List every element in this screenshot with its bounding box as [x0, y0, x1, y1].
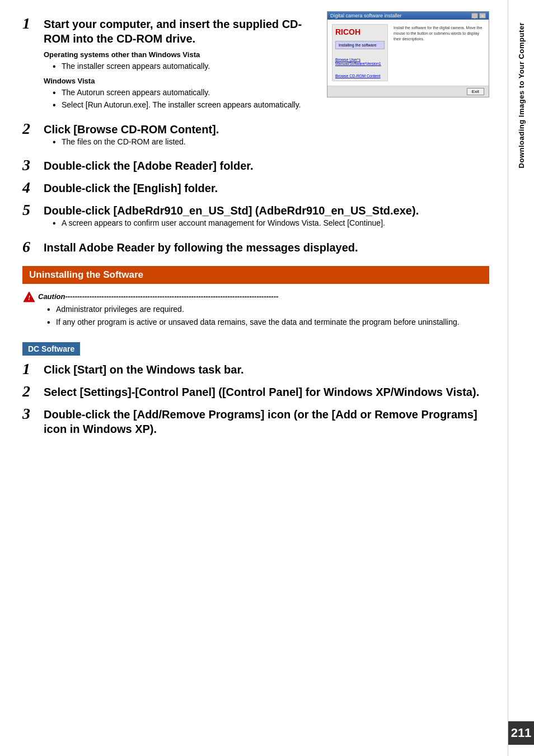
caution-title: Caution---------------------------------…: [38, 292, 489, 302]
step-5-bullets: • A screen appears to confirm user accou…: [53, 218, 489, 229]
bullet-item: • Administrator privileges are required.: [47, 304, 489, 315]
page-number: 211: [508, 721, 534, 745]
bullet-dot: •: [53, 218, 62, 228]
installer-link-2[interactable]: Browse CD-ROM Content: [335, 74, 385, 78]
installer-left-panel: RICOH Installing the software Browse Use…: [332, 24, 388, 81]
bullet-text: Administrator privileges are required.: [56, 304, 184, 315]
bullet-dot: •: [53, 87, 62, 98]
dc-step-3-content: Double-click the [Add/Remove Programs] i…: [44, 407, 489, 436]
step-3-content: Double-click the [Adobe Reader] folder.: [44, 158, 489, 173]
step-2-title: Click [Browse CD-ROM Content].: [44, 122, 489, 137]
close-button[interactable]: ×: [479, 13, 486, 18]
step-6-number: 6: [22, 239, 44, 255]
dc-step-1-content: Click [Start] on the Windows task bar.: [44, 362, 489, 377]
installer-titlebar: Digital camera software installer _ ×: [327, 12, 489, 20]
installer-title: Digital camera software installer: [330, 13, 402, 18]
dc-step-2-row: 2 Select [Settings]-[Control Panel] ([Co…: [22, 385, 489, 399]
step-4-row: 4 Double-click the [English] folder.: [22, 181, 489, 195]
bullet-item: • The installer screen appears automatic…: [53, 61, 316, 72]
installer-right-panel: Install the software for the digital cam…: [392, 24, 484, 81]
caution-dashes: ----------------------------------------…: [65, 292, 278, 301]
bullet-dot: •: [53, 61, 62, 72]
sidebar-title: Downloading Images to Your Computer: [517, 22, 526, 168]
installer-screenshot: Digital camera software installer _ × RI…: [327, 11, 489, 97]
dc-step-2-title: Select [Settings]-[Control Panel] ([Cont…: [44, 385, 489, 399]
step-4-content: Double-click the [English] folder.: [44, 181, 489, 195]
step-2-number: 2: [22, 121, 44, 137]
step-1-subsection-1-heading: Operating systems other than Windows Vis…: [44, 50, 316, 59]
bullet-text: The installer screen appears automatical…: [62, 61, 210, 72]
step-6-content: Install Adobe Reader by following the me…: [44, 240, 489, 255]
step-4-number: 4: [22, 180, 44, 195]
bullet-dot: •: [53, 100, 62, 110]
caution-content: Caution---------------------------------…: [38, 292, 489, 331]
caution-icon: !: [22, 291, 38, 307]
step-5-row: 5 Double-click [AdbeRdr910_en_US_Std] (A…: [22, 203, 489, 232]
step-3-row: 3 Double-click the [Adobe Reader] folder…: [22, 158, 489, 173]
uninstall-section-header: Uninstalling the Software: [22, 266, 489, 284]
caution-label: Caution: [38, 292, 65, 301]
step-6-row: 6 Install Adobe Reader by following the …: [22, 240, 489, 255]
step-5-content: Double-click [AdbeRdr910_en_US_Std] (Adb…: [44, 203, 489, 232]
installer-body: RICOH Installing the software Browse Use…: [327, 20, 489, 86]
minimize-button[interactable]: _: [471, 13, 478, 18]
step-3-number: 3: [22, 157, 44, 173]
step-5-number: 5: [22, 202, 44, 218]
bullet-text: If any other program is active or unsave…: [56, 317, 460, 328]
step-1-number: 1: [22, 16, 44, 31]
step-3-title: Double-click the [Adobe Reader] folder.: [44, 158, 489, 173]
bullet-text: The files on the CD-ROM are listed.: [62, 137, 186, 148]
titlebar-buttons: _ ×: [471, 13, 486, 18]
step-1-sub1-bullets: • The installer screen appears automatic…: [53, 61, 316, 72]
main-content: 1 Start your computer, and insert the su…: [0, 0, 534, 461]
installer-description: Install the software for the digital cam…: [394, 26, 482, 41]
step-1-row: 1 Start your computer, and insert the su…: [22, 17, 489, 114]
dc-step-1-number: 1: [22, 361, 44, 377]
bullet-item: • The Autorun screen appears automatical…: [53, 87, 316, 99]
step-2-row: 2 Click [Browse CD-ROM Content]. • The f…: [22, 122, 489, 151]
step-1-sub2-bullets: • The Autorun screen appears automatical…: [53, 87, 316, 111]
sidebar-border: [508, 0, 508, 756]
dc-step-3-number: 3: [22, 406, 44, 422]
dc-step-3-row: 3 Double-click the [Add/Remove Programs]…: [22, 407, 489, 436]
caution-box: ! Caution-------------------------------…: [22, 292, 489, 331]
dc-step-3-title: Double-click the [Add/Remove Programs] i…: [44, 407, 489, 436]
bullet-item: • The files on the CD-ROM are listed.: [53, 137, 489, 148]
step-6-title: Install Adobe Reader by following the me…: [44, 240, 489, 255]
step-1-subsection-2-heading: Windows Vista: [44, 77, 316, 85]
step-2-bullets: • The files on the CD-ROM are listed.: [53, 137, 489, 148]
step-1-title: Start your computer, and insert the supp…: [44, 17, 316, 46]
ricoh-logo: RICOH: [335, 27, 385, 36]
step-4-title: Double-click the [English] folder.: [44, 181, 489, 195]
bullet-item: • Select [Run Autorun.exe]. The installe…: [53, 100, 316, 111]
bullet-item: • A screen appears to confirm user accou…: [53, 218, 489, 229]
caution-bullets: • Administrator privileges are required.…: [47, 304, 489, 328]
right-sidebar: Downloading Images to Your Computer 211: [508, 0, 534, 756]
svg-text:!: !: [28, 294, 31, 302]
bullet-item: • If any other program is active or unsa…: [47, 317, 489, 328]
dc-step-1-row: 1 Click [Start] on the Windows task bar.: [22, 362, 489, 377]
step-5-title: Double-click [AdbeRdr910_en_US_Std] (Adb…: [44, 203, 489, 218]
installer-footer: Exit: [327, 86, 489, 97]
bullet-text: The Autorun screen appears automatically…: [62, 87, 210, 99]
bullet-text: A screen appears to confirm user account…: [62, 218, 385, 229]
step-2-content: Click [Browse CD-ROM Content]. • The fil…: [44, 122, 489, 151]
dc-step-2-number: 2: [22, 384, 44, 399]
installer-menu-item[interactable]: Installing the software: [335, 41, 385, 49]
installer-link-1[interactable]: Browse User's Manual/Software/Version1: [335, 58, 385, 66]
dc-step-1-title: Click [Start] on the Windows task bar.: [44, 362, 489, 377]
warning-icon: !: [22, 291, 36, 304]
bullet-dot: •: [53, 137, 62, 147]
exit-button[interactable]: Exit: [467, 88, 484, 95]
installer-window: Digital camera software installer _ × RI…: [327, 11, 489, 97]
bullet-dot: •: [47, 304, 56, 315]
dc-step-2-content: Select [Settings]-[Control Panel] ([Cont…: [44, 385, 489, 399]
dc-software-header: DC Software: [22, 342, 80, 356]
step-1-content: Start your computer, and insert the supp…: [44, 17, 316, 114]
bullet-text: Select [Run Autorun.exe]. The installer …: [62, 100, 301, 111]
bullet-dot: •: [47, 317, 56, 328]
step-1-left: 1 Start your computer, and insert the su…: [22, 17, 316, 114]
